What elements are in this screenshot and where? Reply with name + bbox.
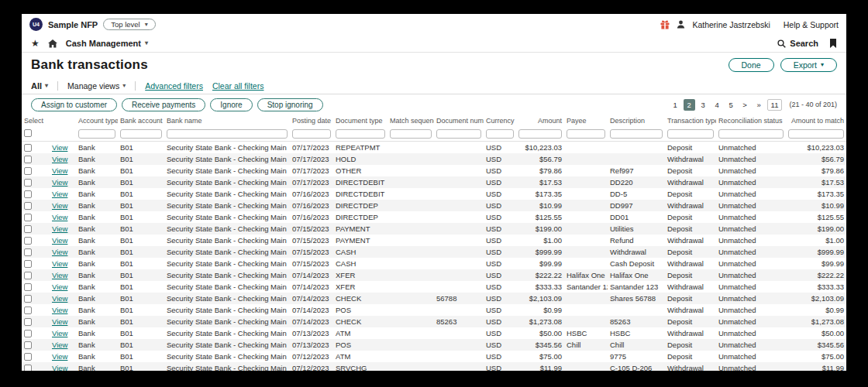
view-link[interactable]: View xyxy=(52,166,67,175)
row-checkbox[interactable] xyxy=(24,365,32,371)
column-header[interactable]: Description xyxy=(608,115,665,125)
column-header[interactable]: Bank account ID xyxy=(118,115,164,125)
column-filter-input[interactable] xyxy=(718,129,784,139)
column-filter-input[interactable] xyxy=(788,129,844,139)
column-header[interactable]: Document type xyxy=(333,115,388,125)
view-link[interactable]: View xyxy=(52,178,67,187)
view-link[interactable]: View xyxy=(52,329,67,337)
page-button[interactable]: 5 xyxy=(725,99,737,111)
page-button[interactable]: 4 xyxy=(711,99,723,111)
manage-views-dropdown[interactable]: Manage views ▾ xyxy=(67,81,126,91)
done-button[interactable]: Done xyxy=(728,58,774,72)
column-filter-input[interactable] xyxy=(292,129,331,139)
row-checkbox[interactable] xyxy=(24,167,32,175)
row-checkbox[interactable] xyxy=(24,237,32,245)
column-filter-input[interactable] xyxy=(667,129,714,139)
row-checkbox[interactable] xyxy=(24,330,32,337)
view-link[interactable]: View xyxy=(52,352,67,361)
page-button[interactable]: 2 xyxy=(684,99,695,111)
view-link[interactable]: View xyxy=(52,317,67,326)
action-button[interactable]: Assign to customer xyxy=(31,98,117,111)
page-button[interactable]: 1 xyxy=(670,99,681,111)
cell: $999.99 xyxy=(786,246,846,258)
row-checkbox[interactable] xyxy=(24,190,32,198)
row-checkbox[interactable] xyxy=(24,179,32,187)
row-checkbox[interactable] xyxy=(24,295,32,303)
row-checkbox[interactable] xyxy=(24,283,32,291)
column-header[interactable]: Posting date xyxy=(290,115,333,125)
row-checkbox[interactable] xyxy=(24,248,32,256)
column-filter-input[interactable] xyxy=(567,129,605,139)
column-header[interactable]: Document number xyxy=(434,115,484,125)
clear-all-filters-link[interactable]: Clear all filters xyxy=(212,81,264,91)
view-link[interactable]: View xyxy=(52,283,67,291)
scope-selector[interactable]: Top level ▾ xyxy=(103,19,156,30)
row-checkbox[interactable] xyxy=(24,214,32,221)
column-header[interactable]: Match sequence xyxy=(388,115,434,125)
column-header[interactable]: Currency xyxy=(484,115,516,125)
user-name[interactable]: Katherine Jastrzebski xyxy=(692,20,770,29)
column-filter-input[interactable] xyxy=(336,129,385,139)
search-button[interactable]: Search xyxy=(777,39,818,48)
column-header[interactable]: Account type xyxy=(76,115,118,125)
favorites-star-icon[interactable]: ★ xyxy=(31,39,40,48)
view-link[interactable]: View xyxy=(52,364,67,372)
column-header[interactable]: Amount xyxy=(516,115,564,125)
column-filter-input[interactable] xyxy=(436,129,481,139)
column-filter-input[interactable] xyxy=(610,129,663,139)
view-link[interactable]: View xyxy=(52,294,67,303)
row-checkbox[interactable] xyxy=(24,307,32,314)
view-link[interactable]: View xyxy=(52,143,67,152)
view-link[interactable]: View xyxy=(52,213,67,221)
view-link[interactable]: View xyxy=(52,248,67,256)
view-link[interactable]: View xyxy=(52,259,67,268)
advanced-filters-link[interactable]: Advanced filters xyxy=(145,81,203,91)
column-filter-input[interactable] xyxy=(120,129,162,139)
home-icon[interactable] xyxy=(48,39,57,48)
column-filter-input[interactable] xyxy=(167,129,288,139)
view-link[interactable]: View xyxy=(52,341,67,349)
column-header[interactable]: Bank name xyxy=(164,115,290,125)
action-bar: Assign to customerReceive paymentsIgnore… xyxy=(22,94,846,115)
row-checkbox[interactable] xyxy=(24,318,32,326)
view-link[interactable]: View xyxy=(52,271,67,279)
view-link[interactable]: View xyxy=(52,155,67,163)
row-checkbox[interactable] xyxy=(24,202,32,210)
action-button[interactable]: Stop ignoring xyxy=(257,98,323,111)
row-checkbox[interactable] xyxy=(24,144,32,152)
column-filter-input[interactable] xyxy=(78,129,115,139)
whats-new-gift-icon[interactable] xyxy=(660,20,670,29)
action-button[interactable]: Ignore xyxy=(210,98,252,111)
page-button[interactable]: 3 xyxy=(698,99,709,111)
column-filter-input[interactable] xyxy=(390,129,432,139)
view-link[interactable]: View xyxy=(52,224,67,233)
view-link[interactable]: View xyxy=(52,201,67,210)
select-all-checkbox[interactable] xyxy=(24,129,32,137)
action-buttons: Assign to customerReceive paymentsIgnore… xyxy=(31,98,323,111)
column-header[interactable]: Reconciliation status xyxy=(716,115,786,125)
last-page-arrow-button[interactable]: » xyxy=(753,99,765,111)
column-filter-input[interactable] xyxy=(518,129,562,139)
row-checkbox[interactable] xyxy=(24,272,32,279)
action-button[interactable]: Receive payments xyxy=(122,98,205,111)
row-checkbox[interactable] xyxy=(24,225,32,233)
column-filter-input[interactable] xyxy=(486,129,514,139)
module-selector[interactable]: Cash Management ▾ xyxy=(66,39,148,48)
view-link[interactable]: View xyxy=(52,306,67,314)
bookmark-icon[interactable] xyxy=(829,39,837,48)
next-page-button[interactable]: > xyxy=(739,99,751,111)
row-checkbox[interactable] xyxy=(24,260,32,268)
view-link[interactable]: View xyxy=(52,190,67,198)
column-header[interactable]: Select xyxy=(22,115,50,125)
view-link[interactable]: View xyxy=(52,236,67,245)
column-header[interactable]: Payee xyxy=(564,115,608,125)
export-button[interactable]: Export ▾ xyxy=(780,58,837,72)
row-checkbox[interactable] xyxy=(24,156,32,163)
view-dropdown[interactable]: All ▾ xyxy=(31,81,48,91)
help-support-link[interactable]: Help & Support xyxy=(784,20,839,29)
column-header[interactable]: Transaction type xyxy=(665,115,716,125)
last-page-button[interactable]: 11 xyxy=(767,99,783,111)
row-checkbox[interactable] xyxy=(24,341,32,349)
column-header[interactable]: Amount to match xyxy=(786,115,846,125)
row-checkbox[interactable] xyxy=(24,353,32,361)
